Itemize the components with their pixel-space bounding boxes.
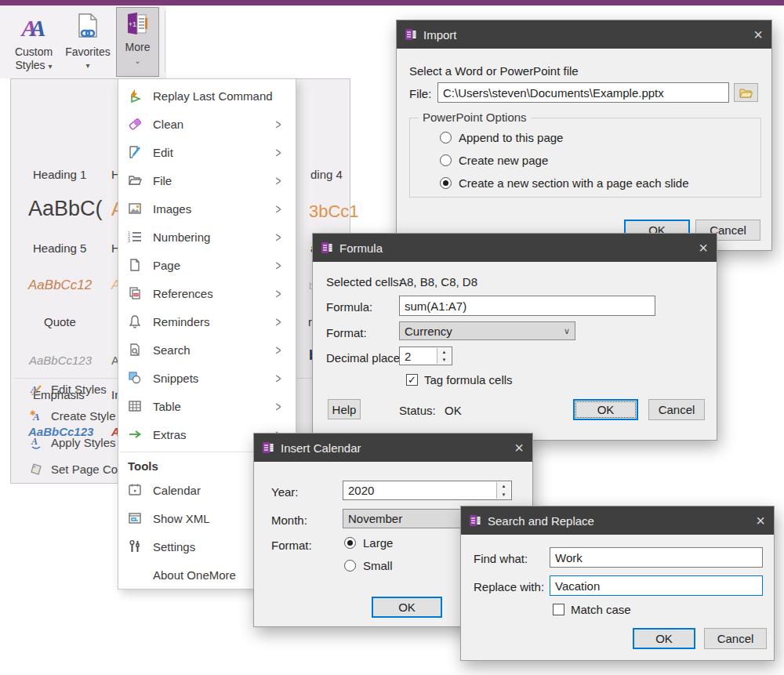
calendar-format-label: Format: [271,539,312,552]
onemore-app-icon [469,514,481,527]
reminders-bell-icon [128,314,142,328]
spinner-down-icon[interactable]: ▼ [437,356,451,364]
selected-cells-label: Selected cells: [326,275,402,289]
checkbox-unchecked-icon[interactable] [553,604,564,615]
custom-styles-button[interactable]: AA Custom Styles ▾ [6,11,61,72]
option-append-to-this-page[interactable]: Append to this page [440,131,563,144]
find-what-input[interactable]: Work [550,547,763,568]
radio-selected-icon[interactable] [344,537,356,549]
year-spinner[interactable]: ▲ ▼ [496,482,510,499]
import-close-icon[interactable]: × [745,20,771,49]
images-icon [128,201,142,216]
more-label: More [125,41,151,54]
edit-styles-item[interactable]: A Edit Styles [30,383,107,396]
set-page-color-item[interactable]: Set Page Color [30,463,131,476]
spinner-up-icon[interactable]: ▲ [497,482,510,491]
calendar-close-icon[interactable]: × [506,434,532,462]
formula-close-icon[interactable]: × [690,234,717,262]
option-create-new-page[interactable]: Create new page [440,154,548,167]
spinner-down-icon[interactable]: ▼ [497,491,510,499]
formula-titlebar[interactable]: Formula × [313,234,717,262]
format-large-option[interactable]: Large [344,536,393,550]
style-heading1-sample[interactable]: AaBbC( [28,197,103,221]
import-file-input[interactable]: C:\Users\steven\Documents\Example.pptx [437,82,729,103]
help-button[interactable]: Help [328,399,361,419]
style-quote[interactable]: Quote [44,315,76,328]
replace-with-input[interactable]: Vacation [550,575,763,596]
calendar-titlebar[interactable]: Insert Calendar × [254,434,532,462]
page-icon [128,258,142,272]
clean-icon [128,117,142,131]
formula-ok-button[interactable]: OK [573,399,638,420]
style-fragment-sample-orange[interactable]: 3bCc1 [309,201,359,222]
more-caret: ⌄ [134,54,140,67]
match-case-option[interactable]: Match case [553,603,631,616]
year-label: Year: [271,485,298,499]
menu-item-reminders[interactable]: Reminders > [118,307,296,336]
year-input[interactable]: 2020 ▲ ▼ [343,481,512,500]
menu-item-replay-last-command[interactable]: Replay Last Command [118,82,296,110]
extras-arrow-icon [128,427,142,441]
import-browse-button[interactable] [734,83,758,102]
powerpoint-options-label: PowerPoint Options [419,111,531,124]
create-style-item[interactable]: A✱ Create Style [30,409,116,423]
more-button[interactable]: +1 More ⌄ [116,7,159,77]
style-heading5-sample[interactable]: AaBbCc12 [28,278,92,293]
style-heading5[interactable]: Heading 5 [33,241,86,255]
style-fragment-heading4[interactable]: ding 4 [310,168,343,181]
format-combobox[interactable]: Currency ∨ [399,321,575,340]
onenote-titlebar-strip [0,0,784,5]
search-replace-titlebar[interactable]: Search and Replace × [461,506,774,535]
style-heading1[interactable]: Heading 1 [33,168,86,181]
menu-item-references[interactable]: References > [118,279,296,307]
formula-input[interactable]: sum(A1:A7) [399,296,655,316]
month-label: Month: [271,514,307,527]
spinner-up-icon[interactable]: ▲ [437,348,451,356]
menu-item-page[interactable]: Page > [118,251,296,279]
menu-item-table[interactable]: Table > [118,392,296,420]
menu-item-images[interactable]: Images > [118,194,296,223]
import-intro-label: Select a Word or PowerPoint file [409,64,579,78]
favorites-label: Favorites [65,45,111,59]
tag-formula-cells-option[interactable]: ✓ Tag formula cells [406,373,513,386]
show-xml-icon [128,511,142,525]
menu-item-file[interactable]: File > [118,166,296,194]
radio-selected-icon[interactable] [440,177,452,189]
checkbox-checked-icon[interactable]: ✓ [406,374,418,386]
import-dialog: Import × Select a Word or PowerPoint fil… [396,20,772,251]
import-file-label: File: [409,87,431,100]
style-quote-sample[interactable]: AaBbCc123 [29,354,92,367]
svg-text:+1: +1 [128,20,136,28]
menu-item-search[interactable]: Search > [118,336,296,364]
favorites-caret: ▾ [85,59,89,72]
decimal-spinner[interactable]: ▲ ▼ [437,348,451,364]
formula-cancel-button[interactable]: Cancel [648,399,705,420]
svg-text:A: A [31,436,38,447]
menu-item-numbering[interactable]: 123 Numbering > [118,223,296,251]
format-small-option[interactable]: Small [344,559,393,572]
selected-cells-value: A8, B8, C8, D8 [399,275,477,289]
open-folder-icon [739,88,753,98]
radio-unselected-icon[interactable] [440,154,452,166]
import-titlebar[interactable]: Import × [397,20,771,49]
find-what-label: Find what: [474,552,528,565]
search-replace-cancel-button[interactable]: Cancel [704,628,767,649]
search-replace-close-icon[interactable]: × [747,506,774,535]
status-value: OK [445,404,462,417]
search-icon [128,343,142,357]
decimal-places-input[interactable]: 2 ▲ ▼ [399,347,452,365]
radio-unselected-icon[interactable] [344,560,356,572]
favorites-button[interactable]: Favorites ▾ [63,11,113,72]
chevron-down-icon: ∨ [564,326,570,336]
onemore-app-icon [321,241,333,254]
menu-item-edit[interactable]: Edit > [118,138,296,166]
option-create-new-section[interactable]: Create a new section with a page each sl… [440,176,689,190]
calendar-ok-button[interactable]: OK [372,597,442,618]
menu-item-snippets[interactable]: Snippets > [118,364,296,392]
custom-styles-label-1: Custom [15,45,53,59]
apply-styles-item[interactable]: A Apply Styles [30,436,116,449]
radio-unselected-icon[interactable] [440,132,452,143]
set-page-color-icon [30,463,43,476]
search-replace-ok-button[interactable]: OK [633,628,695,649]
menu-item-clean[interactable]: Clean > [118,110,296,138]
